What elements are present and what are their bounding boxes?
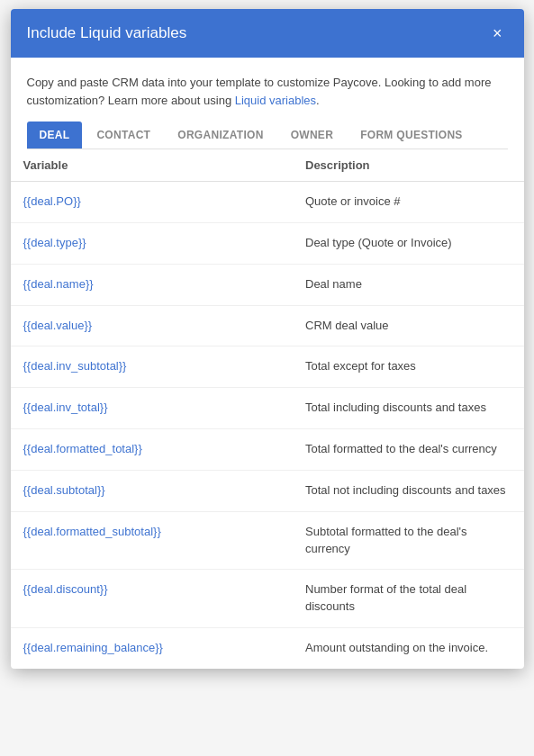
description-cell: Total except for taxes — [293, 346, 524, 388]
table-row: {{deal.inv_total}}Total including discou… — [11, 388, 524, 429]
table-row: {{deal.value}}CRM deal value — [11, 305, 524, 346]
table-header-row: Variable Description — [11, 149, 524, 182]
variable-cell[interactable]: {{deal.formatted_total}} — [11, 429, 294, 471]
variable-cell[interactable]: {{deal.inv_subtotal}} — [11, 346, 294, 388]
variables-table-container: Variable Description {{deal.PO}}Quote or… — [11, 149, 524, 669]
tab-organization[interactable]: ORGANIZATION — [165, 122, 276, 148]
tab-owner[interactable]: OWNER — [278, 122, 347, 148]
description-cell: Amount outstanding on the invoice. — [293, 628, 524, 669]
modal-body: Copy and paste CRM data into your templa… — [11, 58, 524, 149]
variable-cell[interactable]: {{deal.discount}} — [11, 570, 294, 628]
table-row: {{deal.discount}}Number format of the to… — [11, 570, 524, 628]
tab-contact[interactable]: CONTACT — [84, 122, 163, 148]
table-row: {{deal.formatted_total}}Total formatted … — [11, 429, 524, 471]
variable-cell[interactable]: {{deal.type}} — [11, 222, 294, 264]
modal-overlay: Include Liquid variables × Copy and past… — [0, 0, 534, 756]
modal-dialog: Include Liquid variables × Copy and past… — [11, 9, 524, 669]
table-row: {{deal.remaining_balance}}Amount outstan… — [11, 628, 524, 669]
description-cell: Deal name — [293, 264, 524, 305]
liquid-variables-link[interactable]: Liquid variables — [235, 94, 316, 107]
variables-table: Variable Description {{deal.PO}}Quote or… — [11, 149, 524, 669]
table-row: {{deal.PO}}Quote or invoice # — [11, 182, 524, 223]
description-cell: Total formatted to the deal's currency — [293, 429, 524, 471]
table-row: {{deal.inv_subtotal}}Total except for ta… — [11, 346, 524, 388]
table-row: {{deal.type}}Deal type (Quote or Invoice… — [11, 222, 524, 264]
description-cell: Number format of the total deal discount… — [293, 570, 524, 628]
description-cell: Deal type (Quote or Invoice) — [293, 222, 524, 264]
variable-cell[interactable]: {{deal.remaining_balance}} — [11, 628, 294, 669]
description-cell: Subtotal formatted to the deal's currenc… — [293, 511, 524, 570]
table-row: {{deal.formatted_subtotal}}Subtotal form… — [11, 511, 524, 570]
modal-header: Include Liquid variables × — [11, 9, 524, 58]
column-variable: Variable — [11, 149, 294, 182]
table-body: {{deal.PO}}Quote or invoice #{{deal.type… — [11, 182, 524, 669]
intro-text-after: . — [316, 94, 320, 107]
variable-cell[interactable]: {{deal.subtotal}} — [11, 470, 294, 511]
variable-cell[interactable]: {{deal.value}} — [11, 305, 294, 346]
description-cell: Quote or invoice # — [293, 182, 524, 223]
intro-paragraph: Copy and paste CRM data into your templa… — [27, 74, 508, 109]
description-cell: Total not including discounts and taxes — [293, 470, 524, 511]
table-row: {{deal.subtotal}}Total not including dis… — [11, 470, 524, 511]
variable-cell[interactable]: {{deal.name}} — [11, 264, 294, 305]
variable-cell[interactable]: {{deal.inv_total}} — [11, 388, 294, 429]
description-cell: CRM deal value — [293, 305, 524, 346]
variable-cell[interactable]: {{deal.PO}} — [11, 182, 294, 223]
tab-form-questions[interactable]: FORM QUESTIONS — [348, 122, 475, 148]
description-cell: Total including discounts and taxes — [293, 388, 524, 429]
column-description: Description — [293, 149, 524, 182]
table-row: {{deal.name}}Deal name — [11, 264, 524, 305]
close-button[interactable]: × — [487, 23, 508, 43]
tabs-bar: DEAL CONTACT ORGANIZATION OWNER FORM QUE… — [27, 122, 508, 149]
modal-title: Include Liquid variables — [27, 24, 187, 42]
tab-deal[interactable]: DEAL — [27, 122, 83, 148]
variable-cell[interactable]: {{deal.formatted_subtotal}} — [11, 511, 294, 570]
